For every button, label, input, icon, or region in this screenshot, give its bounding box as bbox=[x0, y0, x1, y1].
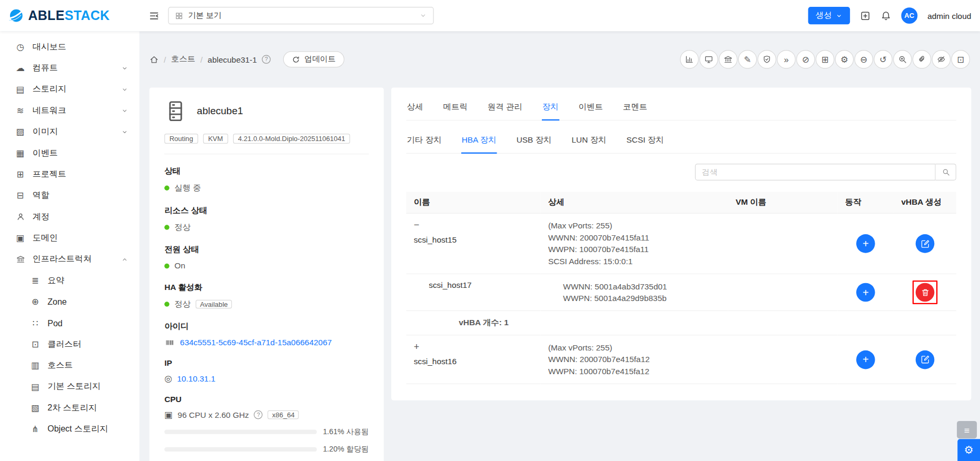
breadcrumb-separator: / bbox=[164, 55, 166, 64]
sidebar-item-object-storage[interactable]: ⋔ Object 스토리지 bbox=[0, 418, 140, 439]
edit-vhba-button[interactable] bbox=[916, 350, 935, 369]
add-vhba-button[interactable]: + bbox=[856, 350, 875, 369]
user-avatar[interactable]: AC bbox=[901, 7, 917, 24]
host-tags: Routing KVM 4.21.0.0-Mold.Diplo-20251106… bbox=[164, 134, 369, 154]
sidebar-item-secondary-storage[interactable]: ▧ 2차 스토리지 bbox=[0, 397, 140, 418]
expand-row-icon[interactable]: + bbox=[414, 342, 423, 351]
tab-details[interactable]: 상세 bbox=[406, 96, 423, 120]
settings-gear-button[interactable]: ⚙ bbox=[957, 439, 980, 461]
resource-value: 정상 bbox=[174, 222, 191, 233]
sidebar-item-pod[interactable]: ∷ Pod bbox=[0, 312, 140, 333]
add-vhba-button[interactable]: + bbox=[856, 283, 875, 302]
rollback-button[interactable]: ↺ bbox=[874, 50, 893, 69]
help-icon[interactable]: ? bbox=[254, 410, 263, 419]
sidebar-item-dashboard[interactable]: ◷ 대시보드 bbox=[0, 36, 140, 57]
hdd-icon: ▤ bbox=[30, 382, 41, 392]
subtab-other-devices[interactable]: 기타 장치 bbox=[406, 129, 442, 153]
breadcrumb-link-hosts[interactable]: 호스트 bbox=[171, 54, 195, 65]
help-icon[interactable]: ? bbox=[262, 55, 271, 64]
sidebar-item-accounts[interactable]: 계정 bbox=[0, 206, 140, 227]
sidebar-item-roles[interactable]: ⊟ 역할 bbox=[0, 185, 140, 206]
search-button[interactable] bbox=[936, 164, 956, 181]
tab-devices[interactable]: 장치 bbox=[542, 96, 559, 121]
sidebar-item-images[interactable]: ▨ 이미지 bbox=[0, 121, 140, 142]
sidebar-item-network[interactable]: ≋ 네트워크 bbox=[0, 100, 140, 121]
refresh-icon bbox=[292, 55, 300, 63]
tab-comments[interactable]: 코멘트 bbox=[622, 96, 648, 120]
sidebar-item-host[interactable]: ▥ 호스트 bbox=[0, 355, 140, 376]
sidebar-item-infrastructure[interactable]: 인프라스트럭쳐 bbox=[0, 248, 140, 269]
view-select[interactable]: 기본 보기 bbox=[168, 7, 433, 24]
globe-icon: ⊕ bbox=[30, 297, 41, 307]
plus-square-icon: ⊞ bbox=[821, 55, 829, 64]
page: ABLESTACK 기본 보기 생성 AC admin cloud ◷ 대시보드… bbox=[0, 0, 980, 461]
device-name: scsi_host15 bbox=[414, 235, 457, 244]
resource-label: 리소스 상태 bbox=[164, 205, 369, 216]
sidebar-fold-icon[interactable] bbox=[149, 11, 159, 21]
table-row-scsi-host16: + scsi_host16 (Max vPorts: 255) WWNN: 20… bbox=[406, 335, 956, 384]
home-icon[interactable] bbox=[150, 55, 159, 64]
delete-vhba-button[interactable] bbox=[916, 283, 935, 302]
notifications-bell-icon[interactable] bbox=[880, 11, 891, 21]
server-rack-icon bbox=[164, 100, 187, 123]
disable-host-button[interactable]: ⊘ bbox=[796, 50, 815, 69]
chart-icon bbox=[685, 55, 694, 64]
cards-row: ablecube1 Routing KVM 4.21.0.0-Mold.Dipl… bbox=[140, 87, 980, 461]
sidebar-item-compute[interactable]: ☁ 컴퓨트 bbox=[0, 57, 140, 78]
device-detail-line: (Max vPorts: 255) bbox=[548, 342, 721, 354]
sidebar-item-zone[interactable]: ⊕ Zone bbox=[0, 291, 140, 312]
host-name: ablecube1 bbox=[197, 106, 243, 117]
add-vhba-button[interactable]: + bbox=[856, 234, 875, 253]
ha-button[interactable]: ⊡ bbox=[951, 50, 970, 69]
status-dot-green bbox=[164, 225, 169, 229]
tab-events[interactable]: 이벤트 bbox=[578, 96, 603, 120]
col-vhba-create: vHBA 생성 bbox=[894, 192, 956, 213]
secure-host-button[interactable] bbox=[757, 50, 776, 69]
sidebar-item-primary-storage[interactable]: ▤ 기본 스토리지 bbox=[0, 376, 140, 397]
sidebar-item-events[interactable]: ▦ 이벤트 bbox=[0, 143, 140, 164]
double-right-icon: » bbox=[784, 55, 788, 64]
host-ip-link[interactable]: 10.10.31.1 bbox=[177, 374, 215, 383]
subtab-scsi-devices[interactable]: SCSI 장치 bbox=[626, 129, 665, 153]
section-id: 아이디 634c5551-5c69-45cf-a71d-15a066642067 bbox=[164, 321, 369, 347]
project-switch-icon[interactable] bbox=[860, 11, 870, 21]
sidebar-item-cluster[interactable]: ⊡ 클러스터 bbox=[0, 334, 140, 355]
configure-ha-button[interactable]: ⚙ bbox=[835, 50, 854, 69]
update-button[interactable]: 업데이트 bbox=[283, 51, 344, 67]
subtab-hba-devices[interactable]: HBA 장치 bbox=[461, 129, 497, 154]
sidebar-item-storage[interactable]: ▤ 스토리지 bbox=[0, 79, 140, 100]
col-action: 동작 bbox=[837, 192, 894, 213]
view-select-value: 기본 보기 bbox=[188, 11, 414, 21]
subtab-usb-devices[interactable]: USB 장치 bbox=[516, 129, 552, 153]
sidebar-item-summary[interactable]: ≣ 요약 bbox=[0, 270, 140, 291]
metrics-button[interactable] bbox=[680, 50, 699, 69]
table-row-scsi-host15: − scsi_host15 (Max vPorts: 255) WWNN: 20… bbox=[406, 213, 956, 274]
diagnostics-button[interactable] bbox=[893, 50, 912, 69]
device-detail-line: WWPN: 100070b7e415fa11 bbox=[548, 244, 721, 256]
attach-button[interactable] bbox=[913, 50, 932, 69]
sidebar-item-projects[interactable]: ⊞ 프로젝트 bbox=[0, 164, 140, 185]
add-button[interactable]: ⊞ bbox=[816, 50, 835, 69]
sidebar-item-domains[interactable]: ▣ 도메인 bbox=[0, 227, 140, 248]
create-button[interactable]: 생성 bbox=[808, 7, 850, 24]
collapse-row-icon[interactable]: − bbox=[414, 220, 423, 229]
console-button[interactable] bbox=[699, 50, 718, 69]
tab-remote-mgmt[interactable]: 원격 관리 bbox=[487, 96, 523, 120]
chevron-down-icon bbox=[836, 12, 843, 19]
cluster-icon: ⊡ bbox=[30, 339, 41, 349]
hide-button[interactable] bbox=[932, 50, 951, 69]
search-input[interactable] bbox=[695, 164, 936, 181]
console-shortcut-button[interactable]: ≡ bbox=[957, 421, 977, 438]
tab-metrics[interactable]: 메트릭 bbox=[442, 96, 468, 120]
edit-square-icon bbox=[920, 239, 930, 248]
out-of-band-button[interactable]: ⊖ bbox=[854, 50, 873, 69]
ha-value: 정상 bbox=[174, 298, 191, 309]
user-name[interactable]: admin cloud bbox=[927, 11, 971, 21]
host-uuid-link[interactable]: 634c5551-5c69-45cf-a71d-15a066642067 bbox=[180, 338, 332, 347]
subtab-lun-devices[interactable]: LUN 장치 bbox=[571, 129, 607, 153]
edit-button[interactable]: ✎ bbox=[738, 50, 757, 69]
reconnect-button[interactable]: » bbox=[777, 50, 796, 69]
edit-vhba-button[interactable] bbox=[916, 234, 935, 253]
bank-icon bbox=[15, 255, 25, 264]
maintenance-button[interactable] bbox=[719, 50, 738, 69]
